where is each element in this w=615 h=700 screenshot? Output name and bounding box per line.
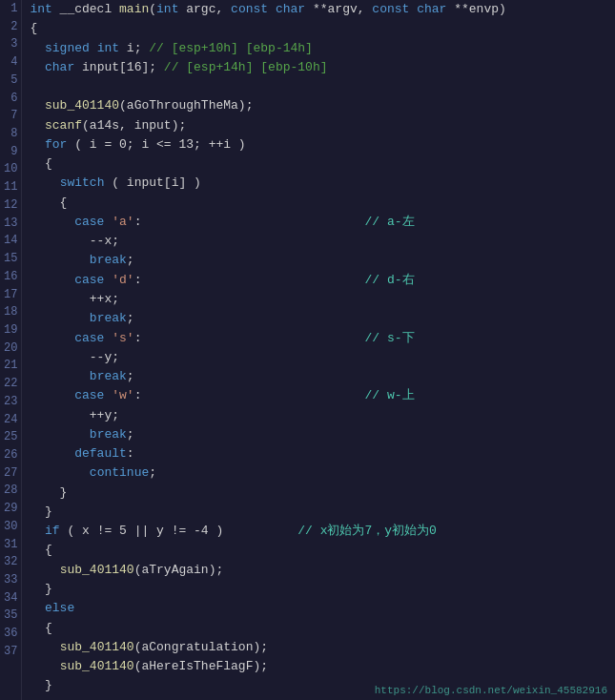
line-number: 15: [4, 250, 17, 268]
code-line: continue;: [30, 463, 615, 483]
code-line: }: [30, 580, 615, 599]
code-line: sub_401140(aCongratulation);: [30, 638, 615, 657]
code-line: }: [30, 484, 615, 503]
line-number: 32: [4, 553, 17, 571]
line-number: 9: [4, 143, 17, 161]
code-line: --y;: [30, 348, 615, 367]
code-line: int __cdecl main(int argc, const char **…: [30, 0, 615, 19]
code-line: ++x;: [30, 290, 615, 309]
line-number: 29: [4, 500, 17, 518]
line-number: 37: [4, 643, 17, 661]
line-number: 25: [4, 428, 17, 446]
code-line: case 's': // s-下: [30, 329, 615, 348]
line-number: 18: [4, 303, 17, 321]
line-number: 8: [4, 125, 17, 143]
code-line: else: [30, 599, 615, 618]
code-line: signed int i; // [esp+10h] [ebp-14h]: [30, 39, 615, 58]
line-number: 21: [4, 357, 17, 375]
code-line: scanf(a14s, input);: [30, 116, 615, 135]
line-number: 31: [4, 536, 17, 554]
line-number: 3: [4, 35, 17, 53]
code-line: break;: [30, 425, 615, 444]
line-numbers: 1234567891011121314151617181920212223242…: [0, 0, 22, 700]
code-line: sub_401140(aHereIsTheFlagF);: [30, 657, 615, 676]
code-line: }: [30, 696, 615, 700]
code-line: break;: [30, 251, 615, 270]
line-number: 11: [4, 178, 17, 196]
code-line: break;: [30, 309, 615, 328]
code-line: for ( i = 0; i <= 13; ++i ): [30, 135, 615, 154]
line-number: 16: [4, 268, 17, 286]
code-line: {: [30, 19, 615, 38]
code-line: --x;: [30, 232, 615, 251]
code-line: {: [30, 541, 615, 560]
code-line: char input[16]; // [esp+14h] [ebp-10h]: [30, 58, 615, 77]
code-line: {: [30, 154, 615, 174]
line-number: 10: [4, 160, 17, 178]
line-number: 23: [4, 393, 17, 411]
line-number: 2: [4, 18, 17, 36]
code-line: [30, 77, 615, 96]
line-number: 12: [4, 196, 17, 215]
line-number: 27: [4, 464, 17, 483]
code-line: case 'w': // w-上: [30, 386, 615, 405]
code-line: sub_401140(aTryAgain);: [30, 561, 615, 580]
code-line: if ( x != 5 || y != -4 ) // x初始为7，y初始为0: [30, 522, 615, 541]
line-number: 7: [4, 107, 17, 125]
line-number: 14: [4, 232, 17, 250]
line-number: 36: [4, 625, 17, 643]
code-line: {: [30, 194, 615, 213]
code-line: default:: [30, 444, 615, 463]
line-number: 26: [4, 446, 17, 464]
code-line: {: [30, 619, 615, 638]
line-number: 6: [4, 90, 17, 108]
code-content: int __cdecl main(int argc, const char **…: [22, 0, 615, 700]
line-number: 20: [4, 340, 17, 358]
line-number: 34: [4, 589, 17, 607]
line-number: 1: [4, 0, 17, 18]
code-viewer: 1234567891011121314151617181920212223242…: [0, 0, 615, 700]
line-number: 22: [4, 375, 17, 393]
code-line: }: [30, 503, 615, 522]
code-line: switch ( input[i] ): [30, 174, 615, 193]
line-number: 30: [4, 518, 17, 536]
line-number: 28: [4, 482, 17, 500]
line-number: 35: [4, 607, 17, 625]
line-number: 24: [4, 411, 17, 429]
code-line: ++y;: [30, 406, 615, 425]
code-line: case 'a': // a-左: [30, 213, 615, 232]
code-line: case 'd': // d-右: [30, 271, 615, 290]
code-line: sub_401140(aGoThroughTheMa);: [30, 96, 615, 115]
watermark: https://blog.csdn.net/weixin_45582916: [375, 685, 607, 696]
line-number: 19: [4, 321, 17, 340]
line-number: 17: [4, 286, 17, 304]
code-line: break;: [30, 367, 615, 386]
line-number: 13: [4, 215, 17, 233]
line-number: 33: [4, 571, 17, 589]
line-number: 4: [4, 53, 17, 72]
line-number: 5: [4, 72, 17, 90]
